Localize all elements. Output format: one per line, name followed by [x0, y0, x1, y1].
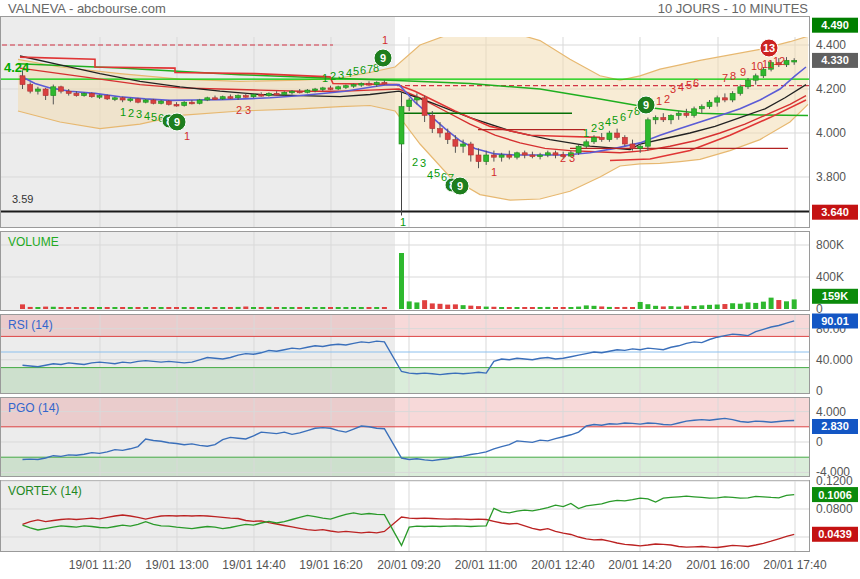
- stock-chart-app: VALNEVA - abcbourse.com 10 JOURS - 10 MI…: [0, 0, 860, 579]
- vortex-pane: VORTEX (14): [1, 481, 810, 552]
- svg-text:7: 7: [627, 108, 633, 120]
- axis-label: 4.000: [816, 405, 846, 419]
- pgo-pane-title: PGO (14): [8, 401, 59, 415]
- axis-label: 3.800: [816, 170, 846, 184]
- svg-text:1: 1: [583, 127, 589, 139]
- axis-label: 400K: [816, 270, 844, 284]
- svg-text:9: 9: [457, 180, 463, 192]
- axis-label: 0: [816, 435, 823, 449]
- svg-text:2: 2: [128, 107, 134, 119]
- svg-text:5: 5: [434, 167, 440, 179]
- svg-text:4: 4: [427, 169, 433, 181]
- svg-text:2: 2: [330, 70, 336, 82]
- rsi-pane-title: RSI (14): [8, 318, 53, 332]
- axis-label: 0: [816, 384, 823, 398]
- svg-text:5: 5: [151, 111, 157, 123]
- x-tick-label: 20/01 11:00: [455, 558, 518, 572]
- svg-text:2: 2: [412, 156, 418, 168]
- svg-text:9: 9: [380, 52, 386, 64]
- svg-text:6: 6: [620, 111, 626, 123]
- x-tick-label: 20/01 17:40: [763, 558, 827, 572]
- axis-label: 4.000: [816, 126, 846, 140]
- vortex-pane-title: VORTEX (14): [8, 484, 82, 498]
- svg-text:3: 3: [338, 69, 344, 81]
- rsi-pane: RSI (14): [1, 315, 810, 394]
- svg-text:9: 9: [740, 66, 746, 78]
- svg-text:1: 1: [400, 216, 406, 228]
- svg-text:3: 3: [569, 152, 575, 164]
- svg-text:5: 5: [686, 79, 692, 91]
- x-tick-label: 19/01 14:40: [222, 558, 286, 572]
- svg-text:0.1006: 0.1006: [818, 489, 852, 501]
- svg-text:3: 3: [136, 108, 142, 120]
- svg-text:9: 9: [643, 99, 649, 111]
- main-pane: 4.243.5912345678912312345678911234567891…: [0, 17, 810, 229]
- price-chart-svg: 4.243.5912345678912312345678911234567891…: [0, 0, 860, 579]
- x-tick-label: 19/01 13:00: [145, 558, 209, 572]
- svg-text:6: 6: [360, 64, 366, 76]
- axis-label: 0.1200: [816, 474, 853, 488]
- pgo-pane: PGO (14): [1, 398, 810, 477]
- svg-text:1: 1: [382, 34, 388, 46]
- svg-text:4: 4: [144, 110, 150, 122]
- svg-text:3.640: 3.640: [821, 206, 849, 218]
- x-axis: 19/01 11:2019/01 13:0019/01 14:4019/01 1…: [69, 558, 827, 572]
- svg-text:2: 2: [236, 104, 242, 116]
- axis-label: 800K: [816, 238, 844, 252]
- svg-text:4: 4: [605, 116, 611, 128]
- svg-text:3: 3: [598, 120, 604, 132]
- svg-text:1: 1: [322, 72, 328, 84]
- axis-label: 40.000: [816, 353, 853, 367]
- svg-text:12: 12: [773, 55, 785, 67]
- svg-text:4: 4: [346, 67, 352, 79]
- svg-text:5: 5: [353, 65, 359, 77]
- svg-text:3: 3: [420, 157, 426, 169]
- axis-label: 4.400: [816, 38, 846, 52]
- volume-pane-title: VOLUME: [8, 235, 59, 249]
- volume-pane: VOLUME: [1, 232, 810, 311]
- svg-text:6: 6: [693, 77, 699, 89]
- axis-label: 4.200: [816, 82, 846, 96]
- svg-text:4.490: 4.490: [821, 19, 849, 31]
- svg-text:4: 4: [678, 81, 684, 93]
- svg-text:5: 5: [612, 114, 618, 126]
- svg-text:4.330: 4.330: [821, 54, 849, 66]
- x-tick-label: 20/01 09:20: [377, 558, 441, 572]
- svg-text:4.24: 4.24: [4, 60, 30, 75]
- x-tick-label: 20/01 12:40: [531, 558, 595, 572]
- svg-text:3.59: 3.59: [12, 193, 33, 205]
- x-tick-label: 20/01 16:00: [686, 558, 750, 572]
- svg-text:2: 2: [591, 122, 597, 134]
- svg-text:3: 3: [670, 83, 676, 95]
- svg-text:0.0439: 0.0439: [818, 528, 852, 540]
- svg-text:8: 8: [730, 70, 736, 82]
- svg-text:2: 2: [560, 152, 566, 164]
- svg-text:9: 9: [174, 116, 180, 128]
- x-tick-label: 19/01 11:20: [69, 558, 132, 572]
- svg-text:159K: 159K: [822, 290, 848, 302]
- svg-text:1: 1: [491, 166, 497, 178]
- x-tick-label: 20/01 14:20: [608, 558, 672, 572]
- x-tick-label: 19/01 16:20: [299, 558, 363, 572]
- svg-text:90.01: 90.01: [821, 315, 849, 327]
- svg-text:7: 7: [722, 72, 728, 84]
- svg-text:1: 1: [184, 130, 190, 142]
- svg-text:13: 13: [763, 42, 775, 54]
- axis-label: 0.0800: [816, 502, 853, 516]
- right-axis: 4.4004.2004.0003.800800K400K080.0040.000…: [812, 18, 858, 544]
- svg-text:11: 11: [762, 58, 773, 70]
- svg-text:1: 1: [656, 95, 662, 107]
- svg-text:3: 3: [245, 104, 251, 116]
- svg-text:1: 1: [120, 106, 126, 118]
- svg-text:2.830: 2.830: [821, 420, 849, 432]
